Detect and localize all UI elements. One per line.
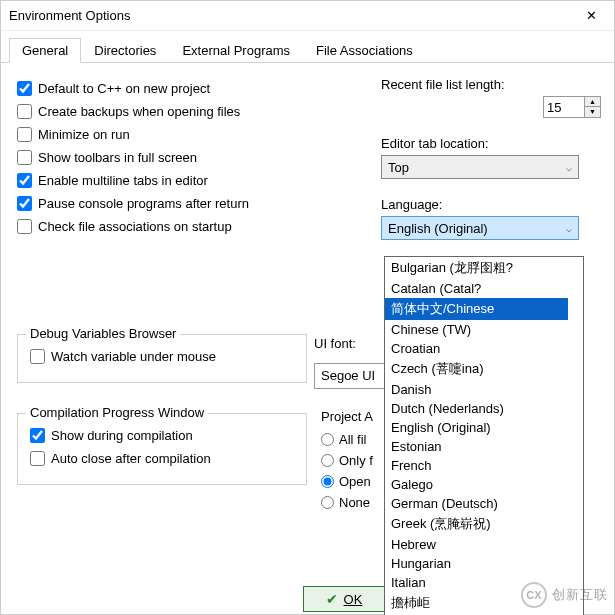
group-title: Compilation Progress Window (26, 405, 208, 420)
checkbox-input[interactable] (17, 150, 32, 165)
language-option[interactable]: Danish (385, 380, 568, 399)
checkbox-default-cpp[interactable]: Default to C++ on new project (17, 81, 357, 96)
checkbox-pause-console[interactable]: Pause console programs after return (17, 196, 357, 211)
language-option[interactable]: Hungarian (385, 554, 568, 573)
radio-input[interactable] (321, 454, 334, 467)
checkbox-auto-close[interactable]: Auto close after compilation (30, 451, 294, 466)
language-option[interactable]: French (385, 456, 568, 475)
language-option[interactable]: Galego (385, 475, 568, 494)
language-dropdown-list: Bulgarian (龙脬囹粗?Catalan (Catal?简体中文/Chin… (384, 256, 584, 615)
checkbox-input[interactable] (17, 127, 32, 142)
radio-none[interactable]: None (321, 495, 373, 510)
checkbox-input[interactable] (30, 428, 45, 443)
checkbox-create-backups[interactable]: Create backups when opening files (17, 104, 357, 119)
ok-label: OK (344, 592, 363, 607)
tab-external-programs[interactable]: External Programs (169, 38, 303, 63)
environment-options-dialog: Environment Options ✕ General Directorie… (0, 0, 615, 615)
checkbox-input[interactable] (17, 81, 32, 96)
radio-input[interactable] (321, 475, 334, 488)
watermark-text: 创新互联 (552, 586, 608, 604)
checkbox-input[interactable] (30, 451, 45, 466)
language-option[interactable]: German (Deutsch) (385, 494, 568, 513)
checkbox-input[interactable] (30, 349, 45, 364)
language-option[interactable]: Catalan (Catal? (385, 279, 568, 298)
checkbox-label: Default to C++ on new project (38, 81, 210, 96)
left-column: Default to C++ on new project Create bac… (17, 81, 357, 485)
titlebar: Environment Options ✕ (1, 1, 614, 31)
combo-value: English (Original) (388, 221, 488, 236)
radio-all-files[interactable]: All fil (321, 432, 373, 447)
group-compilation-progress: Compilation Progress Window Show during … (17, 413, 307, 485)
logo-icon: CX (521, 582, 547, 608)
checkbox-input[interactable] (17, 196, 32, 211)
language-option[interactable]: Estonian (385, 437, 568, 456)
combo-value: Segoe UI (321, 368, 375, 383)
checkbox-watch-variable[interactable]: Watch variable under mouse (30, 349, 294, 364)
project-auto-open-group: Project A All fil Only f Open None (321, 409, 373, 516)
group-title: Debug Variables Browser (26, 326, 180, 341)
spinner-buttons: ▲ ▼ (585, 96, 601, 118)
tab-strip: General Directories External Programs Fi… (1, 37, 614, 63)
watermark: CX 创新互联 (521, 582, 608, 608)
recent-file-spinner: ▲ ▼ (381, 96, 601, 118)
checkbox-show-during-compilation[interactable]: Show during compilation (30, 428, 294, 443)
language-option[interactable]: Chinese (TW) (385, 320, 568, 339)
radio-label: None (339, 495, 370, 510)
recent-file-label: Recent file list length: (381, 77, 601, 92)
tab-file-associations[interactable]: File Associations (303, 38, 426, 63)
radio-label: All fil (339, 432, 366, 447)
combo-value: Top (388, 160, 409, 175)
spinner-up-icon[interactable]: ▲ (585, 97, 600, 107)
recent-file-input[interactable] (543, 96, 585, 118)
checkbox-toolbars-fullscreen[interactable]: Show toolbars in full screen (17, 150, 357, 165)
spinner-down-icon[interactable]: ▼ (585, 107, 600, 117)
close-button[interactable]: ✕ (569, 1, 614, 31)
language-combo[interactable]: English (Original) ⌵ (381, 216, 579, 240)
editor-tab-combo[interactable]: Top ⌵ (381, 155, 579, 179)
radio-label: Only f (339, 453, 373, 468)
radio-only-first[interactable]: Only f (321, 453, 373, 468)
tab-general[interactable]: General (9, 38, 81, 63)
language-option[interactable]: Dutch (Nederlands) (385, 399, 568, 418)
tab-directories[interactable]: Directories (81, 38, 169, 63)
checkbox-input[interactable] (17, 104, 32, 119)
window-title: Environment Options (9, 8, 130, 23)
dropdown-items: Bulgarian (龙脬囹粗?Catalan (Catal?简体中文/Chin… (385, 257, 568, 615)
ok-button[interactable]: ✔ OK (303, 586, 385, 612)
language-option[interactable]: Czech (菩嚏ina) (385, 358, 568, 380)
checkbox-label: Check file associations on startup (38, 219, 232, 234)
checkbox-label: Auto close after compilation (51, 451, 211, 466)
group-debug-variables: Debug Variables Browser Watch variable u… (17, 334, 307, 383)
checkbox-label: Watch variable under mouse (51, 349, 216, 364)
checkbox-input[interactable] (17, 219, 32, 234)
checkbox-check-assoc[interactable]: Check file associations on startup (17, 219, 357, 234)
language-option[interactable]: 简体中文/Chinese (385, 298, 568, 320)
checkbox-label: Minimize on run (38, 127, 130, 142)
language-option[interactable]: Hebrew (385, 535, 568, 554)
checkbox-label: Show during compilation (51, 428, 193, 443)
ui-font-label: UI font: (314, 336, 356, 351)
chevron-down-icon: ⌵ (566, 162, 572, 173)
ui-font-combo[interactable]: Segoe UI (314, 363, 386, 389)
checkbox-label: Create backups when opening files (38, 104, 240, 119)
close-icon: ✕ (586, 8, 597, 23)
radio-label: Open (339, 474, 371, 489)
checkbox-multiline-tabs[interactable]: Enable multiline tabs in editor (17, 173, 357, 188)
language-option[interactable]: Bulgarian (龙脬囹粗? (385, 257, 568, 279)
language-option[interactable]: Croatian (385, 339, 568, 358)
right-column: Recent file list length: ▲ ▼ Editor tab … (381, 77, 601, 258)
language-label: Language: (381, 197, 601, 212)
language-option[interactable]: English (Original) (385, 418, 568, 437)
project-label: Project A (321, 409, 373, 424)
radio-input[interactable] (321, 496, 334, 509)
checkbox-input[interactable] (17, 173, 32, 188)
radio-input[interactable] (321, 433, 334, 446)
checkbox-label: Show toolbars in full screen (38, 150, 197, 165)
editor-tab-label: Editor tab location: (381, 136, 601, 151)
language-option[interactable]: Greek (烹腌崭祝) (385, 513, 568, 535)
check-icon: ✔ (326, 591, 338, 607)
chevron-down-icon: ⌵ (566, 223, 572, 234)
checkbox-label: Pause console programs after return (38, 196, 249, 211)
radio-opened[interactable]: Open (321, 474, 373, 489)
checkbox-minimize-run[interactable]: Minimize on run (17, 127, 357, 142)
